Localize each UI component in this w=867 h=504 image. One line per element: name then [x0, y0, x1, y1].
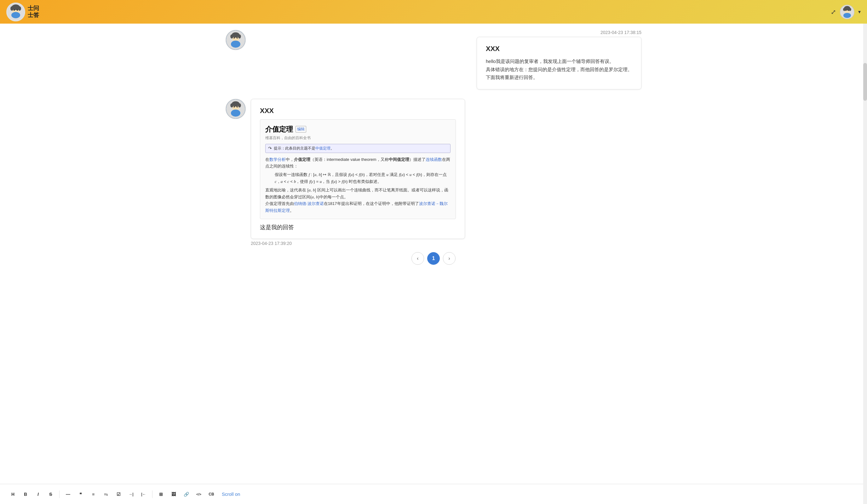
prev-page-button[interactable]: ‹	[411, 252, 424, 265]
heading-button[interactable]: H	[8, 489, 18, 500]
wiki-notice-icon: ↷	[268, 146, 272, 151]
link-button[interactable]: 🔗	[181, 489, 192, 500]
svg-point-2	[11, 12, 20, 18]
svg-point-13	[849, 8, 851, 11]
outdent-button[interactable]: |←	[138, 489, 149, 500]
wiki-card: 介值定理 编辑 维基百科，自由的百科全书 ↷ 提示：此条目的主题不是中值定理。 …	[260, 119, 456, 219]
message-meta-2: XXX 介值定理 编辑 维基百科，自由的百科全书 ↷ 提示：此条目的主题不是中值…	[251, 99, 641, 246]
user-avatar[interactable]	[840, 5, 854, 19]
svg-point-10	[843, 13, 851, 18]
scrollbar[interactable]	[863, 0, 867, 504]
message-time-2: 2023-04-23 17:39:20	[251, 241, 641, 246]
outdent-icon: |←	[141, 492, 146, 496]
svg-point-5	[18, 6, 21, 11]
quote-button[interactable]: ❝	[75, 489, 86, 500]
strikethrough-button[interactable]: S	[45, 489, 56, 500]
wiki-notice-link[interactable]: 中值定理	[315, 146, 331, 151]
link-icon: 🔗	[184, 492, 189, 497]
code-icon: </>	[196, 492, 201, 496]
scrollbar-thumb[interactable]	[863, 63, 867, 101]
svg-point-12	[843, 8, 846, 11]
hr-icon: —	[66, 492, 70, 497]
toolbar-divider-2	[152, 491, 152, 498]
image-icon: 🖼	[171, 492, 176, 497]
pagination: ‹ 1 ›	[411, 252, 456, 265]
italic-button[interactable]: I	[33, 489, 43, 500]
wiki-edit-link[interactable]: 编辑	[296, 126, 306, 133]
logo-text-bottom: 士答	[28, 12, 39, 19]
avatar-2	[226, 99, 246, 119]
wiki-source: 维基百科，自由的百科全书	[265, 135, 450, 141]
bubble-2: XXX 介值定理 编辑 维基百科，自由的百科全书 ↷ 提示：此条目的主题不是中值…	[251, 99, 465, 239]
avatar-1	[226, 30, 246, 50]
svg-point-4	[10, 6, 13, 11]
toolbar: H B I S — ❝ ≡ ≡₁ ☑ →| |← ⊞ 🖼 🔗 </> CB Sc…	[0, 484, 867, 504]
svg-point-28	[230, 103, 233, 107]
wiki-main-title: 介值定理	[265, 125, 293, 134]
svg-point-31	[237, 106, 238, 107]
chevron-down-icon[interactable]: ▾	[858, 9, 861, 15]
main-content: 2023-04-23 17:38:15 XXX hello我是该问题的复审者，我…	[0, 24, 867, 484]
next-page-button[interactable]: ›	[443, 252, 456, 265]
svg-point-18	[231, 41, 240, 48]
task-button[interactable]: ☑	[113, 489, 124, 500]
bubble-name-1: XXX	[486, 45, 632, 53]
bold-icon: B	[24, 492, 27, 497]
header-right: ⤢ ▾	[831, 5, 861, 19]
ul-button[interactable]: ≡	[88, 489, 99, 500]
indent-button[interactable]: →|	[126, 489, 136, 500]
italic-icon: I	[38, 492, 39, 497]
message-time-1: 2023-04-23 17:38:15	[251, 30, 641, 35]
svg-point-29	[238, 103, 241, 107]
bubble-name-2: XXX	[260, 107, 456, 115]
expand-icon[interactable]: ⤢	[831, 8, 836, 16]
image-button[interactable]: 🖼	[168, 489, 179, 500]
svg-point-7	[17, 9, 18, 11]
svg-point-22	[234, 37, 235, 39]
svg-point-15	[848, 10, 849, 11]
codeblock-button[interactable]: CB	[206, 489, 217, 500]
bold-button[interactable]: B	[20, 489, 31, 500]
strikethrough-icon: S	[49, 492, 52, 497]
bubble-text-1: hello我是该问题的复审者，我发现上面一个辅导师回答有误。 具体错误的地方在：…	[486, 57, 632, 81]
logo-text: 士问 士答	[28, 5, 39, 19]
avatar-svg-1	[226, 30, 245, 50]
logo-area: 士问 士答	[6, 2, 39, 21]
heading-icon: H	[11, 492, 14, 497]
task-icon: ☑	[117, 492, 121, 497]
hr-button[interactable]: —	[63, 489, 73, 500]
ol-button[interactable]: ≡₁	[100, 489, 111, 500]
message-meta-1: 2023-04-23 17:38:15 XXX hello我是该问题的复审者，我…	[251, 30, 641, 89]
wiki-title-row: 介值定理 编辑	[265, 125, 450, 134]
svg-point-23	[237, 37, 238, 39]
svg-point-26	[231, 109, 240, 117]
wiki-para-1: 假设有一连续函数 f : [a, b] ↦ ℝ，且假设 f(a) < f(b)，…	[275, 171, 450, 185]
bubble-line-1-0: hello我是该问题的复审者，我发现上面一个辅导师回答有误。	[486, 57, 632, 65]
wiki-notice: ↷ 提示：此条目的主题不是中值定理。	[265, 144, 450, 153]
bubble-line-1-2: 下面我将重新进行回答。	[486, 73, 632, 81]
toolbar-divider-1	[59, 491, 60, 498]
svg-point-30	[234, 106, 235, 107]
wiki-notice-text: 提示：此条目的主题不是中值定理。	[274, 146, 334, 151]
logo-text-top: 士问	[28, 5, 39, 12]
scroll-on-label[interactable]: Scroll on	[222, 491, 240, 497]
table-icon: ⊞	[159, 492, 163, 497]
bubble-line-1-1: 具体错误的地方在：您提问的是介值性定理，而他回答的是罗尔定理。	[486, 65, 632, 74]
indent-icon: →|	[129, 492, 133, 496]
code-button[interactable]: </>	[193, 489, 204, 500]
logo-avatar-svg	[7, 3, 24, 21]
wiki-body: 在数学分析中，介值定理（英语：intermediate value theore…	[265, 156, 450, 214]
message-row-2: XXX 介值定理 编辑 维基百科，自由的百科全书 ↷ 提示：此条目的主题不是中值…	[226, 99, 641, 246]
chat-container: 2023-04-23 17:38:15 XXX hello我是该问题的复审者，我…	[213, 30, 654, 246]
codeblock-icon: CB	[208, 492, 214, 496]
svg-point-14	[846, 10, 846, 11]
bubble-1: XXX hello我是该问题的复审者，我发现上面一个辅导师回答有误。 具体错误的…	[477, 37, 641, 89]
ol-icon: ≡₁	[104, 492, 108, 496]
header: 士问 士答 ⤢ ▾	[0, 0, 867, 24]
user-avatar-svg	[841, 6, 854, 19]
avatar-svg-2	[226, 99, 245, 119]
table-button[interactable]: ⊞	[156, 489, 166, 500]
logo-avatar	[6, 2, 25, 21]
svg-point-20	[230, 34, 233, 39]
page-1-button[interactable]: 1	[427, 252, 440, 265]
